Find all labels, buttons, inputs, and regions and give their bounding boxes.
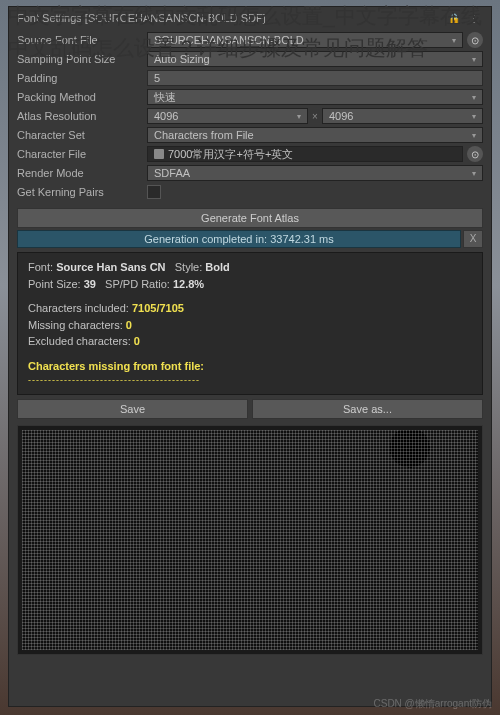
menu-icon[interactable]: ⋮	[465, 11, 483, 25]
atlas-res-label: Atlas Resolution	[17, 110, 147, 122]
info-style: Bold	[205, 261, 229, 273]
titlebar: Font Settings [SOURCEHANSANSCN-BOLD SDF]…	[9, 7, 491, 29]
info-missing-header: Characters missing from font file:	[28, 358, 472, 375]
rendermode-dropdown[interactable]: SDFAA	[147, 165, 483, 181]
save-button[interactable]: Save	[17, 399, 248, 419]
charset-dropdown[interactable]: Characters from File	[147, 127, 483, 143]
info-included-count: 7105/7105	[132, 302, 184, 314]
status-close-button[interactable]: X	[463, 230, 483, 248]
kerning-label: Get Kerning Pairs	[17, 186, 147, 198]
csdn-watermark: CSDN @懒惰arrogant防伪	[373, 697, 492, 711]
source-font-picker-icon[interactable]: ⊙	[467, 32, 483, 48]
padding-label: Padding	[17, 72, 147, 84]
info-excluded-count: 0	[134, 335, 140, 347]
charfile-picker-icon[interactable]: ⊙	[467, 146, 483, 162]
padding-input[interactable]	[147, 70, 483, 86]
atlas-preview	[17, 425, 483, 655]
lock-icon[interactable]: 🔒	[445, 11, 463, 25]
form-area: Source Font File SOURCEHANSANSCN-BOLD ⊙ …	[9, 29, 491, 204]
sampling-label: Sampling Point Size	[17, 53, 147, 65]
resolution-x-icon: ×	[312, 111, 318, 122]
status-message: Generation completed in: 33742.31 ms	[17, 230, 461, 248]
file-icon	[154, 149, 164, 159]
charset-label: Character Set	[17, 129, 147, 141]
info-sp-ratio: 12.8%	[173, 278, 204, 290]
status-bar: Generation completed in: 33742.31 ms X	[17, 230, 483, 248]
atlas-texture-image	[22, 430, 478, 650]
rendermode-label: Render Mode	[17, 167, 147, 179]
panel-title: Font Settings [SOURCEHANSANSCN-BOLD SDF]	[17, 12, 266, 24]
window-controls: 🔒 ⋮	[445, 11, 483, 25]
font-settings-panel: Font Settings [SOURCEHANSANSCN-BOLD SDF]…	[8, 6, 492, 707]
info-box: Font: Source Han Sans CN Style: Bold Poi…	[17, 252, 483, 395]
info-missing-count: 0	[126, 319, 132, 331]
sampling-dropdown[interactable]: Auto Sizing	[147, 51, 483, 67]
charfile-field[interactable]: 7000常用汉字+符号+英文	[147, 146, 463, 162]
generate-button[interactable]: Generate Font Atlas	[17, 208, 483, 228]
atlas-height-dropdown[interactable]: 4096	[322, 108, 483, 124]
charfile-label: Character File	[17, 148, 147, 160]
divider-line: ----------------------------------------…	[28, 374, 472, 388]
source-font-label: Source Font File	[17, 34, 147, 46]
atlas-width-dropdown[interactable]: 4096	[147, 108, 308, 124]
info-point-size: 39	[84, 278, 96, 290]
save-as-button[interactable]: Save as...	[252, 399, 483, 419]
kerning-checkbox[interactable]	[147, 185, 161, 199]
packing-label: Packing Method	[17, 91, 147, 103]
packing-dropdown[interactable]: 快速	[147, 89, 483, 105]
source-font-dropdown[interactable]: SOURCEHANSANSCN-BOLD	[147, 32, 463, 48]
info-font-name: Source Han Sans CN	[56, 261, 165, 273]
